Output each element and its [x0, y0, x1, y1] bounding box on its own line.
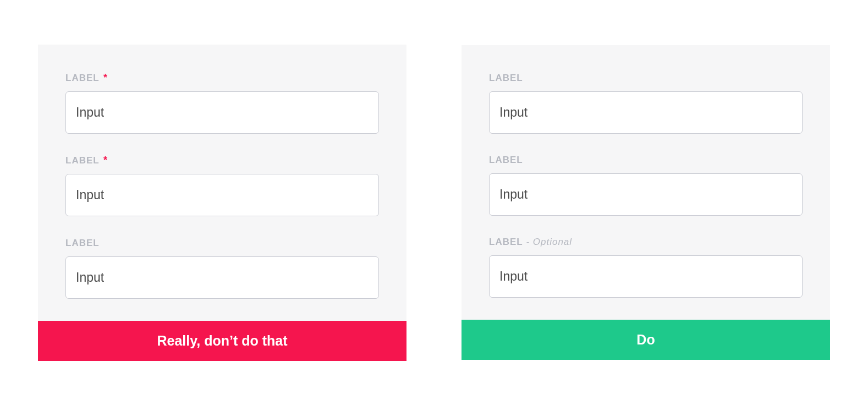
- label-text: LABEL: [489, 155, 523, 165]
- required-asterisk-icon: *: [103, 155, 108, 166]
- footer-label: Really, don’t do that: [157, 333, 287, 348]
- field-group: LABEL - Optional: [489, 237, 803, 298]
- panel-do-body: LABEL LABEL LABEL - Optional: [462, 45, 830, 320]
- text-input[interactable]: [65, 91, 379, 134]
- field-label: LABEL - Optional: [489, 237, 803, 248]
- label-text: LABEL: [489, 237, 523, 247]
- text-input[interactable]: [489, 91, 803, 134]
- field-label: LABEL: [65, 237, 379, 249]
- panel-do-footer: Do: [462, 320, 830, 360]
- label-text: LABEL: [65, 238, 100, 248]
- optional-suffix: - Optional: [523, 237, 572, 247]
- panel-dont: LABEL * LABEL * LABEL Really, don’t do t…: [38, 45, 406, 361]
- field-group: LABEL: [489, 73, 803, 134]
- field-label: LABEL *: [65, 72, 379, 84]
- text-input[interactable]: [65, 256, 379, 299]
- label-text: LABEL: [65, 73, 99, 83]
- field-group: LABEL *: [65, 155, 379, 216]
- panel-dont-footer: Really, don’t do that: [38, 321, 406, 361]
- panel-dont-body: LABEL * LABEL * LABEL: [38, 45, 406, 321]
- text-input[interactable]: [65, 174, 379, 216]
- field-label: LABEL: [489, 155, 803, 166]
- field-group: LABEL: [65, 237, 379, 299]
- field-group: LABEL: [489, 155, 803, 216]
- text-input[interactable]: [489, 173, 803, 216]
- panel-do: LABEL LABEL LABEL - Optional Do: [462, 45, 830, 360]
- field-label: LABEL: [489, 73, 803, 84]
- label-text: LABEL: [65, 155, 99, 166]
- footer-label: Do: [636, 332, 655, 347]
- text-input[interactable]: [489, 255, 803, 298]
- field-label: LABEL *: [65, 155, 379, 166]
- label-text: LABEL: [489, 73, 523, 83]
- field-group: LABEL *: [65, 72, 379, 134]
- required-asterisk-icon: *: [103, 72, 108, 83]
